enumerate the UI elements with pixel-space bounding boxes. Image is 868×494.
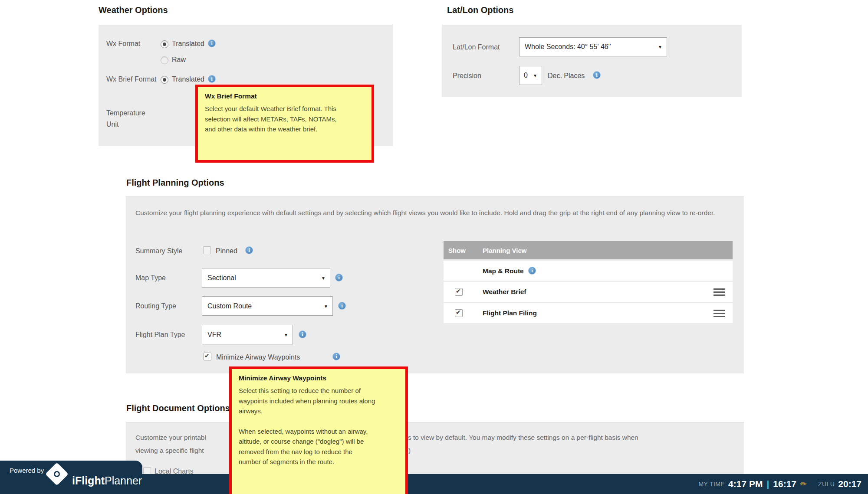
flight-documents-text-fragment: s to view by default. You may modify the…	[408, 434, 638, 442]
tooltip-body: Select your default Weather Brief format…	[205, 104, 342, 134]
temperature-label-line2: Unit	[106, 121, 118, 128]
show-cell	[444, 303, 483, 323]
pinned-info-icon[interactable]	[245, 246, 253, 254]
local-time-24h: 16:17	[773, 479, 796, 489]
latlon-format-label: Lat/Lon Format	[453, 43, 500, 51]
row-label: Map & Route	[483, 267, 524, 275]
flight-documents-title: Flight Document Options	[126, 403, 230, 413]
pinned-checkbox[interactable]	[203, 246, 211, 254]
latlon-format-value: Whole Seconds: 40° 55' 46"	[525, 43, 611, 51]
wx-format-raw-radio[interactable]	[161, 56, 168, 64]
weather-options-title: Weather Options	[99, 5, 168, 15]
local-time-12h: 4:17 PM	[728, 479, 763, 489]
minimize-airway-waypoints-tooltip: Minimize Airway Waypoints Select this se…	[229, 366, 408, 494]
brand-bold: iFlight	[72, 474, 105, 487]
wx-brief-info-icon[interactable]	[208, 75, 216, 83]
show-column-header: Show	[448, 247, 483, 254]
latlon-options-title: Lat/Lon Options	[447, 5, 513, 15]
minimize-airway-waypoints-label: Minimize Airway Waypoints	[216, 353, 300, 361]
flight-documents-panel	[126, 422, 744, 476]
minimize-info-icon[interactable]	[332, 353, 340, 360]
weather-brief-show-checkbox[interactable]	[455, 288, 463, 296]
planning-view-name: Weather Brief	[483, 288, 713, 296]
routing-type-label: Routing Type	[135, 302, 176, 310]
powered-by-tab[interactable]: Powered by iFlightPlanner	[0, 461, 142, 494]
time-separator: |	[766, 479, 769, 489]
map-type-value: Sectional	[207, 274, 236, 282]
routing-type-info-icon[interactable]	[338, 302, 346, 310]
planning-views-table: Show Planning View Map & Route Weather B…	[444, 241, 733, 323]
planning-view-name: Flight Plan Filing	[483, 309, 713, 317]
wx-format-raw-label: Raw	[172, 56, 186, 64]
latlon-options-panel	[442, 25, 742, 97]
table-row-map-route: Map & Route	[444, 261, 733, 281]
wx-brief-translated-radio[interactable]	[161, 76, 168, 84]
wx-format-translated-label: Translated	[172, 40, 204, 48]
map-route-info-icon[interactable]	[528, 267, 536, 275]
planning-table-header: Show Planning View	[444, 241, 733, 259]
brand-name: iFlightPlanner	[72, 474, 142, 487]
time-display: MY TIME 4:17 PM | 16:17 ✏ ZULU 20:17	[698, 474, 861, 494]
show-cell	[444, 282, 483, 302]
planning-view-name: Map & Route	[483, 267, 733, 275]
edit-time-pencil-icon[interactable]: ✏	[800, 479, 807, 489]
wx-format-label: Wx Format	[106, 40, 140, 48]
iflightplanner-logo-icon	[45, 462, 69, 486]
zulu-time: 20:17	[838, 479, 861, 489]
wx-brief-format-tooltip: Wx Brief Format Select your default Weat…	[195, 85, 374, 163]
map-type-info-icon[interactable]	[335, 274, 343, 281]
precision-value: 0	[524, 72, 528, 79]
precision-info-icon[interactable]	[593, 71, 601, 79]
map-type-select[interactable]: Sectional	[202, 268, 330, 288]
flight-documents-text-fragment: )	[408, 447, 411, 455]
temperature-label-line1: Temperature	[106, 109, 145, 117]
precision-select[interactable]: 0	[519, 66, 542, 85]
wx-format-info-icon[interactable]	[208, 39, 216, 47]
drag-grip-icon[interactable]	[713, 310, 725, 317]
minimize-airway-waypoints-checkbox[interactable]	[204, 353, 211, 360]
tooltip-title: Minimize Airway Waypoints	[239, 374, 398, 382]
drag-grip-icon[interactable]	[713, 288, 725, 296]
table-row-weather-brief: Weather Brief	[444, 282, 733, 302]
pinned-label: Pinned	[216, 247, 237, 255]
zulu-label: ZULU	[818, 481, 835, 487]
flight-plan-type-info-icon[interactable]	[299, 330, 306, 338]
flight-planning-description: Customize your flight planning experienc…	[135, 206, 719, 219]
tooltip-body-1: Select this setting to reduce the number…	[239, 386, 376, 416]
show-cell	[444, 261, 483, 281]
flight-documents-text-fragment: viewing a specific flight	[135, 447, 204, 455]
brand-light: Planner	[105, 474, 142, 487]
dec-places-label: Dec. Places	[548, 72, 585, 80]
wx-format-translated-radio[interactable]	[161, 40, 168, 48]
flight-plan-type-value: VFR	[207, 331, 221, 339]
flight-plan-type-select[interactable]: VFR	[202, 325, 293, 344]
flight-documents-text-fragment: Customize your printabl	[135, 434, 206, 442]
table-row-flight-plan-filing: Flight Plan Filing	[444, 303, 733, 323]
tooltip-body-2: When selected, waypoints without an airw…	[239, 426, 376, 467]
map-type-label: Map Type	[135, 274, 166, 282]
routing-type-select[interactable]: Custom Route	[202, 296, 333, 316]
flight-plan-type-label: Flight Plan Type	[135, 331, 185, 339]
routing-type-value: Custom Route	[207, 302, 252, 310]
settings-page: Weather Options Wx Format Translated Raw…	[0, 0, 868, 494]
wx-brief-format-label: Wx Brief Format	[106, 75, 157, 83]
planning-view-column-header: Planning View	[483, 247, 526, 254]
flight-planning-title: Flight Planning Options	[126, 178, 224, 188]
tooltip-title: Wx Brief Format	[205, 92, 365, 100]
row-label: Weather Brief	[483, 288, 526, 295]
row-label: Flight Plan Filing	[483, 309, 537, 317]
flight-plan-filing-show-checkbox[interactable]	[455, 309, 463, 317]
powered-by-label: Powered by	[10, 467, 44, 474]
summary-style-label: Summary Style	[135, 247, 182, 255]
wx-brief-translated-label: Translated	[172, 75, 204, 83]
latlon-format-select[interactable]: Whole Seconds: 40° 55' 46"	[519, 37, 667, 56]
temperature-unit-label: Temperature Unit	[106, 108, 145, 130]
my-time-label: MY TIME	[698, 481, 725, 487]
precision-label: Precision	[453, 72, 481, 80]
